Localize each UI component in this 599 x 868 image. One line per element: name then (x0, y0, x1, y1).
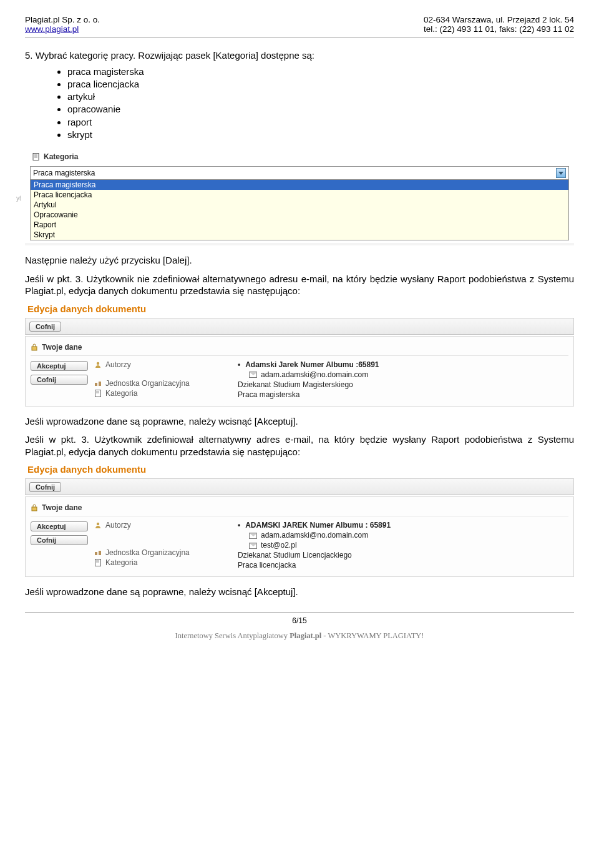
list-item: skrypt (67, 129, 574, 141)
select-option[interactable]: Raport (31, 220, 568, 230)
kategoria-value: Praca licencjacka (238, 560, 568, 570)
svg-rect-0 (33, 154, 39, 160)
panel-title: Edycja danych dokumentu (27, 303, 574, 314)
email-value: adam.adamski@no.domain.com (261, 370, 368, 379)
section5-lead: 5. Wybrać kategorię pracy. Rozwijając pa… (25, 49, 574, 62)
footer-tagline: Internetowy Serwis Antyplagiatowy Plagia… (25, 631, 574, 641)
header-divider (25, 37, 574, 38)
panel-actionbar-top: Cofnij (25, 318, 574, 335)
company-name: Plagiat.pl Sp. z o. o. (25, 15, 100, 24)
cofnij-button[interactable]: Cofnij (29, 322, 61, 332)
person-icon (94, 361, 102, 368)
autorzy-label: Autorzy (105, 521, 131, 530)
list-item: artykuł (67, 91, 574, 103)
select-option[interactable]: Opracowanie (31, 210, 568, 220)
list-item: praca licencjacka (67, 78, 574, 91)
autorzy-label: Autorzy (105, 360, 131, 369)
cofnij-button[interactable]: Cofnij (29, 482, 61, 492)
svg-point-5 (97, 362, 99, 364)
after-panel1-text: Jeśli wprowadzone dane są poprawne, nale… (25, 415, 574, 428)
cofnij-button[interactable]: Cofnij (31, 375, 88, 385)
select-option[interactable]: Praca magisterska (31, 180, 568, 190)
jednostka-value: Dziekanat Studium Licencjackiego (238, 550, 568, 560)
kategoria-dropdown-screenshot: Kategoria yt Praca magisterska Praca mag… (25, 147, 574, 245)
footer-divider (25, 612, 574, 613)
org-icon (94, 380, 102, 387)
svg-rect-6 (95, 383, 97, 386)
org-icon (94, 549, 102, 556)
author-value: Adamski Jarek Numer Albumu :65891 (238, 360, 379, 369)
after-panel2-text: Jeśli wprowadzone dane są poprawne, nale… (25, 586, 574, 598)
page-header: Plagiat.pl Sp. z o. o. www.plagiat.pl 02… (25, 15, 574, 34)
svg-rect-15 (95, 560, 101, 566)
panel-title: Edycja danych dokumentu (27, 464, 574, 475)
jednostka-value: Dziekanat Studium Magisterskiego (238, 380, 568, 390)
email-value: test@o2.pl (261, 541, 297, 550)
para-3a: Jeśli w pkt. 3. Użytkownik nie zdefiniow… (25, 273, 574, 297)
twoje-dane-label: Twoje dane (42, 343, 82, 352)
list-item: praca magisterska (67, 66, 574, 78)
kategoria-select[interactable]: Praca magisterska Praca magisterska Prac… (30, 166, 569, 240)
kategoria-label: Kategoria (105, 558, 137, 567)
akceptuj-button[interactable]: Akceptuj (31, 521, 88, 531)
svg-rect-7 (99, 382, 101, 386)
edycja-panel-2: Edycja danych dokumentu Cofnij Twoje dan… (25, 464, 574, 577)
document-icon (94, 559, 102, 566)
panel-actionbar-top: Cofnij (25, 478, 574, 495)
akceptuj-button[interactable]: Akceptuj (31, 361, 88, 371)
document-icon (94, 390, 102, 397)
phone: tel.: (22) 493 11 01, faks: (22) 493 11 … (424, 24, 574, 34)
site-link[interactable]: www.plagiat.pl (25, 24, 79, 34)
author-value: ADAMSKI JAREK Numer Albumu : 65891 (238, 521, 391, 530)
after-dropdown-text: Następnie należy użyć przycisku [Dalej]. (25, 254, 574, 267)
email-value: adam.adamski@no.domain.com (261, 531, 368, 540)
svg-rect-8 (95, 390, 101, 397)
kategoria-label: Kategoria (44, 152, 78, 161)
edycja-panel-1: Edycja danych dokumentu Cofnij Twoje dan… (25, 303, 574, 407)
lock-icon (31, 504, 38, 511)
chevron-down-icon[interactable] (556, 168, 566, 178)
svg-rect-13 (95, 552, 97, 555)
page-number: 6/15 (25, 616, 574, 625)
address: 02-634 Warszawa, ul. Przejazd 2 lok. 54 (424, 15, 574, 24)
cofnij-button[interactable]: Cofnij (31, 535, 88, 545)
document-icon (32, 153, 40, 160)
select-option[interactable]: Praca licencjacka (31, 190, 568, 200)
envelope-icon (249, 372, 257, 378)
select-option[interactable]: Artykul (31, 200, 568, 210)
svg-rect-4 (32, 347, 37, 350)
svg-rect-14 (99, 551, 101, 555)
twoje-dane-label: Twoje dane (42, 503, 82, 512)
kategoria-value: Praca magisterska (238, 390, 568, 400)
para-3b: Jeśli w pkt. 3. Użytkownik zdefiniował a… (25, 433, 574, 458)
kategoria-selected-value: Praca magisterska (33, 169, 95, 177)
svg-rect-11 (32, 507, 37, 511)
envelope-icon (249, 533, 257, 539)
sidenote-text: yt (16, 195, 21, 202)
list-item: raport (67, 116, 574, 129)
jednostka-label: Jednostka Organizacyjna (105, 379, 190, 388)
svg-point-12 (97, 523, 99, 525)
lock-icon (31, 343, 38, 351)
select-option[interactable]: Skrypt (31, 230, 568, 240)
list-item: opracowanie (67, 103, 574, 116)
person-icon (94, 521, 102, 529)
kategoria-label: Kategoria (105, 389, 137, 398)
jednostka-label: Jednostka Organizacyjna (105, 548, 190, 557)
category-bullet-list: praca magisterska praca licencjacka arty… (25, 66, 574, 142)
envelope-icon (249, 543, 257, 549)
